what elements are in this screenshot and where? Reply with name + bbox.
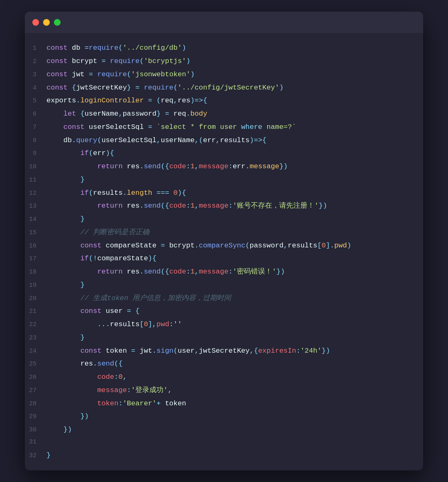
line-number: 28 [25, 399, 46, 409]
line-content: // 生成token 用户信息，加密内容，过期时间 [46, 292, 423, 305]
line-number: 11 [25, 175, 46, 186]
line-content: // 判断密码是否正确 [46, 226, 423, 239]
line-content: message:'登录成功', [46, 384, 423, 397]
line-content: const user = { [46, 305, 423, 317]
line-content: ...results[0],pwd:'' [46, 318, 423, 331]
code-line: 2const bcrypt = require('bcryptjs') [25, 55, 423, 68]
minimize-button[interactable] [43, 19, 50, 26]
code-line: 24 const token = jwt.sign(user,jwtSecret… [25, 344, 423, 358]
code-line: 7 const userSelectSql = `select * from u… [25, 121, 423, 134]
code-line: 32} [25, 449, 423, 462]
code-line: 26 code:0, [25, 371, 423, 384]
line-content: token:'Bearer'+ token [46, 397, 423, 410]
line-content: code:0, [46, 371, 423, 383]
code-area: 1const db =require('../config/db')2const… [25, 33, 423, 470]
line-number: 16 [25, 241, 46, 252]
line-number: 32 [25, 451, 46, 461]
line-content: const db =require('../config/db') [46, 42, 423, 54]
line-content: }) [46, 410, 423, 423]
line-number: 30 [25, 425, 46, 436]
line-number: 27 [25, 385, 46, 396]
code-line: 3const jwt = require('jsonwebtoken') [25, 68, 423, 81]
line-number: 31 [25, 437, 46, 448]
line-content: } [46, 449, 423, 462]
line-content: const {jwtSecretKey} = require('../confi… [46, 82, 423, 94]
code-line: 25 res.send({ [25, 357, 423, 371]
code-line: 6 let {userName,password} = req.body [25, 107, 423, 121]
code-line: 18 return res.send({code:1,message:'密码错误… [25, 265, 423, 279]
line-number: 7 [25, 122, 46, 133]
line-number: 2 [25, 56, 46, 67]
line-number: 18 [25, 267, 46, 278]
line-content: return res.send({code:1,message:'账号不存在，请… [46, 200, 423, 212]
code-line: 17 if(!compareState){ [25, 252, 423, 265]
line-number: 17 [25, 254, 46, 264]
close-button[interactable] [32, 19, 39, 26]
line-content: return res.send({code:1,message:'密码错误！'}… [46, 266, 423, 278]
line-content: db.query(userSelectSql,userName,(err,res… [46, 134, 423, 147]
line-content: const userSelectSql = `select * from use… [46, 121, 423, 133]
code-line: 27 message:'登录成功', [25, 384, 423, 397]
line-content: } [46, 332, 423, 344]
line-number: 29 [25, 412, 46, 422]
code-line: 23 } [25, 331, 423, 344]
line-content: if(err){ [46, 147, 423, 160]
code-line: 30 }) [25, 423, 423, 436]
line-number: 22 [25, 320, 46, 330]
line-content: return res.send({code:1,message:err.mess… [46, 160, 423, 173]
code-line: 5exports.loginController = (req,res)=>{ [25, 94, 423, 107]
line-content: } [46, 279, 423, 291]
code-line: 1const db =require('../config/db') [25, 41, 423, 55]
line-number: 26 [25, 372, 46, 383]
line-content: } [46, 174, 423, 186]
line-number: 19 [25, 280, 46, 291]
line-number: 23 [25, 333, 46, 344]
code-editor-window: 1const db =require('../config/db')2const… [25, 12, 423, 470]
code-line: 28 token:'Bearer'+ token [25, 397, 423, 410]
code-line: 22 ...results[0],pwd:'' [25, 318, 423, 331]
title-bar [25, 12, 423, 33]
code-line: 8 db.query(userSelectSql,userName,(err,r… [25, 134, 423, 147]
line-content: const token = jwt.sign(user,jwtSecretKey… [46, 345, 423, 357]
code-line: 14 } [25, 213, 423, 226]
line-content: exports.loginController = (req,res)=>{ [46, 94, 423, 107]
code-line: 21 const user = { [25, 305, 423, 318]
line-number: 4 [25, 83, 46, 94]
code-line: 11 } [25, 173, 423, 187]
code-line: 20 // 生成token 用户信息，加密内容，过期时间 [25, 292, 423, 305]
line-number: 21 [25, 306, 46, 317]
line-content: res.send({ [46, 358, 423, 370]
line-number: 24 [25, 346, 46, 357]
code-line: 4const {jwtSecretKey} = require('../conf… [25, 81, 423, 94]
code-line: 19 } [25, 279, 423, 292]
code-line: 12 if(results.length === 0){ [25, 187, 423, 200]
line-content: if(results.length === 0){ [46, 187, 423, 199]
line-number: 12 [25, 188, 46, 199]
line-content: const jwt = require('jsonwebtoken') [46, 68, 423, 81]
line-number: 3 [25, 70, 46, 80]
line-content: } [46, 213, 423, 225]
line-content: if(!compareState){ [46, 252, 423, 265]
code-line: 13 return res.send({code:1,message:'账号不存… [25, 199, 423, 213]
line-number: 20 [25, 293, 46, 304]
line-number: 5 [25, 96, 46, 107]
line-number: 8 [25, 136, 46, 146]
code-line: 9 if(err){ [25, 147, 423, 160]
line-number: 9 [25, 148, 46, 159]
line-content: let {userName,password} = req.body [46, 108, 423, 120]
line-number: 13 [25, 201, 46, 212]
line-number: 25 [25, 359, 46, 370]
code-line: 31 [25, 436, 423, 449]
maximize-button[interactable] [54, 19, 61, 26]
line-number: 10 [25, 162, 46, 172]
code-line: 10 return res.send({code:1,message:err.m… [25, 160, 423, 173]
line-number: 15 [25, 228, 46, 238]
line-number: 1 [25, 43, 46, 54]
code-line: 16 const compareState = bcrypt.compareSy… [25, 239, 423, 252]
line-content: }) [46, 424, 423, 436]
line-content: const bcrypt = require('bcryptjs') [46, 55, 423, 68]
code-line: 15 // 判断密码是否正确 [25, 226, 423, 239]
code-line: 29 }) [25, 410, 423, 423]
line-number: 14 [25, 214, 46, 225]
line-content: const compareState = bcrypt.compareSync(… [46, 240, 423, 252]
